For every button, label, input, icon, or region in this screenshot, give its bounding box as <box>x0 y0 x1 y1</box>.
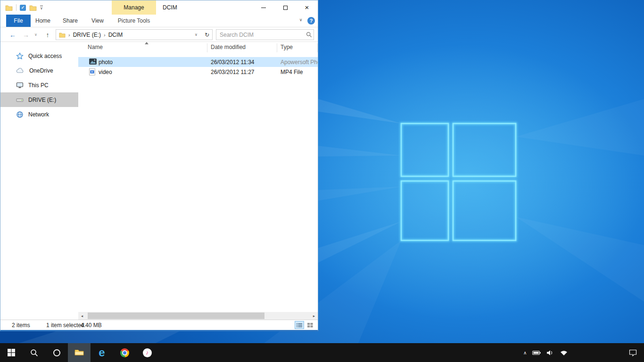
action-center-button[interactable] <box>621 343 644 362</box>
help-button[interactable]: ? <box>307 17 315 25</box>
tab-view[interactable]: View <box>85 15 110 27</box>
back-button[interactable]: ← <box>7 27 18 42</box>
sidebar-item-network[interactable]: Network <box>0 107 78 122</box>
file-name: video <box>99 69 112 75</box>
qat-customize-chevron-icon[interactable]: ∨ <box>40 6 43 10</box>
taskbar-file-explorer-button[interactable] <box>68 343 91 362</box>
recent-locations-chevron-icon[interactable]: ∨ <box>33 27 39 42</box>
quick-access-toolbar: ✓ ∨ <box>5 0 43 15</box>
new-folder-icon[interactable] <box>29 5 37 11</box>
breadcrumb-dcim[interactable]: DCIM <box>108 32 123 38</box>
file-explorer-icon <box>74 349 84 356</box>
cloud-icon <box>16 68 25 74</box>
close-button[interactable]: × <box>296 0 318 15</box>
scroll-right-arrow-icon[interactable]: ► <box>310 312 318 320</box>
address-bar[interactable]: › DRIVE (E:) › DCIM ∨ ↻ <box>56 29 213 40</box>
column-divider[interactable] <box>207 43 207 52</box>
details-view-icon <box>297 323 302 328</box>
taskbar-search-button[interactable] <box>23 343 45 362</box>
large-icons-view-button[interactable] <box>305 321 315 329</box>
sidebar-item-label: This PC <box>28 82 49 89</box>
forward-button[interactable]: → <box>20 27 32 42</box>
column-header-date-modified[interactable]: Date modified <box>211 44 246 50</box>
tab-home[interactable]: Home <box>31 15 55 27</box>
sort-ascending-icon <box>145 42 149 44</box>
title-bar: ✓ ∨ Manage DCIM × <box>0 0 318 15</box>
maximize-button[interactable] <box>274 0 296 15</box>
caption-buttons: × <box>253 0 318 15</box>
column-divider[interactable] <box>317 43 318 52</box>
address-dropdown-chevron-icon[interactable]: ∨ <box>192 33 200 37</box>
app-folder-icon <box>5 5 13 11</box>
sidebar-item-quick-access[interactable]: Quick access <box>0 49 78 63</box>
breadcrumb-chevron-icon: › <box>104 32 106 38</box>
selection-size: 4.40 MB <box>81 322 102 329</box>
item-count: 2 items <box>12 322 30 329</box>
internet-explorer-button[interactable]: e <box>91 343 113 362</box>
tab-share[interactable]: Share <box>57 15 83 27</box>
scroll-left-arrow-icon[interactable]: ◄ <box>78 312 86 320</box>
star-icon <box>16 52 24 60</box>
file-type: MP4 File <box>281 69 303 75</box>
maximize-icon <box>283 6 288 10</box>
details-view-button[interactable] <box>295 321 304 329</box>
folder-icon <box>59 32 66 38</box>
sidebar-item-this-pc[interactable]: This PC <box>0 78 78 92</box>
column-divider[interactable] <box>277 43 277 52</box>
volume-icon[interactable] <box>546 350 554 356</box>
column-header-type[interactable]: Type <box>281 44 293 50</box>
window-title: DCIM <box>163 0 177 15</box>
search-box <box>216 29 314 40</box>
large-icons-view-icon <box>307 323 313 328</box>
start-button[interactable] <box>0 343 23 362</box>
file-date-modified: 26/03/2012 11:27 <box>211 69 255 75</box>
file-name: photo <box>99 59 113 66</box>
system-tray: ∧ <box>523 343 568 362</box>
file-row-photo[interactable]: photo 26/03/2012 11:34 Apowersoft Pho <box>78 57 318 67</box>
itunes-icon: ♪ <box>143 348 152 357</box>
tab-picture-tools[interactable]: Picture Tools <box>112 15 156 27</box>
video-file-icon <box>89 68 95 77</box>
ribbon-tabs: File Home Share View Picture Tools ∨ ? <box>0 15 318 27</box>
photo-thumbnail-icon <box>89 58 97 66</box>
sidebar-item-label: OneDrive <box>29 67 53 74</box>
breadcrumb-chevron-icon: › <box>68 32 70 38</box>
tab-group-manage[interactable]: Manage <box>112 0 156 15</box>
chrome-button[interactable] <box>113 343 136 362</box>
column-header-name[interactable]: Name <box>88 44 103 50</box>
taskbar-app-buttons: e ♪ <box>0 343 158 362</box>
breadcrumb-drive[interactable]: DRIVE (E:) <box>73 32 101 38</box>
cortana-icon <box>53 349 60 356</box>
horizontal-scrollbar[interactable]: ◄ ► <box>78 312 318 320</box>
tab-file[interactable]: File <box>6 15 31 27</box>
navigation-pane: Quick access OneDrive This PC DRIVE (E:) <box>0 42 78 320</box>
file-row-video[interactable]: video 26/03/2012 11:27 MP4 File <box>78 67 318 77</box>
expand-ribbon-chevron-icon[interactable]: ∨ <box>297 17 305 22</box>
chrome-icon <box>120 348 129 357</box>
search-input[interactable] <box>216 31 304 39</box>
windows-start-icon <box>8 349 15 356</box>
sidebar-item-label: Network <box>28 111 49 118</box>
itunes-button[interactable]: ♪ <box>136 343 158 362</box>
up-button[interactable]: ↑ <box>42 27 53 42</box>
sidebar-item-drive-e[interactable]: DRIVE (E:) <box>0 92 78 107</box>
action-center-icon <box>629 349 637 356</box>
sidebar-item-label: DRIVE (E:) <box>28 97 56 103</box>
close-icon: × <box>305 0 309 15</box>
refresh-icon[interactable]: ↻ <box>203 32 212 38</box>
file-date-modified: 26/03/2012 11:34 <box>211 59 255 66</box>
sidebar-item-onedrive[interactable]: OneDrive <box>0 63 78 78</box>
minimize-button[interactable] <box>253 0 274 15</box>
computer-icon <box>16 82 24 89</box>
properties-icon[interactable]: ✓ <box>20 5 26 11</box>
file-explorer-window: ✓ ∨ Manage DCIM × File Home Share View P… <box>0 0 318 331</box>
cortana-button[interactable] <box>45 343 68 362</box>
address-bar-row: ← → ∨ ↑ › DRIVE (E:) › DCIM ∨ ↻ <box>0 27 318 42</box>
scrollbar-thumb[interactable] <box>88 313 264 319</box>
search-icon[interactable] <box>304 32 314 38</box>
network-wifi-icon[interactable] <box>560 350 568 356</box>
file-type: Apowersoft Pho <box>281 59 318 66</box>
battery-icon[interactable] <box>532 350 541 355</box>
hidden-icons-chevron-icon[interactable]: ∧ <box>523 350 527 355</box>
internet-explorer-icon: e <box>99 347 105 358</box>
